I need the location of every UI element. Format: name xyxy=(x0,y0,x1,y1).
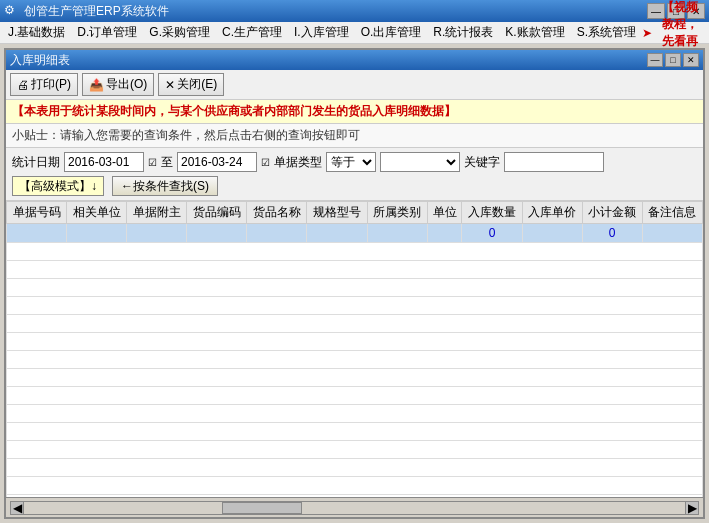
app-title: 创管生产管理ERP系统软件 xyxy=(24,3,647,20)
printer-icon: 🖨 xyxy=(17,78,29,92)
inner-maximize-button[interactable]: □ xyxy=(665,53,681,67)
cell-product-name xyxy=(247,224,307,243)
table-container[interactable]: 单据号码 相关单位 单据附主 货品编码 货品名称 规格型号 所属类别 单位 入库… xyxy=(6,201,703,497)
cell-remark xyxy=(642,224,702,243)
table-row xyxy=(7,459,703,477)
table-row xyxy=(7,477,703,495)
scroll-left-button[interactable]: ◀ xyxy=(10,501,24,515)
menu-outbound-mgmt[interactable]: O.出库管理 xyxy=(355,22,428,43)
cell-unit-price xyxy=(522,224,582,243)
app-title-bar: ⚙ 创管生产管理ERP系统软件 — □ ✕ xyxy=(0,0,709,22)
print-button[interactable]: 🖨 打印(P) xyxy=(10,73,78,96)
table-row xyxy=(7,351,703,369)
col-attach-master: 单据附主 xyxy=(127,202,187,224)
date-checkbox-to[interactable]: ☑ xyxy=(261,157,270,168)
hint-bar: 小贴士：请输入您需要的查询条件，然后点击右侧的查询按钮即可 xyxy=(6,124,703,148)
hint-text: 小贴士：请输入您需要的查询条件，然后点击右侧的查询按钮即可 xyxy=(12,128,360,142)
menu-payment-mgmt[interactable]: K.账款管理 xyxy=(499,22,570,43)
col-spec: 规格型号 xyxy=(307,202,367,224)
date-label: 统计日期 xyxy=(12,154,60,171)
filter-bar: 统计日期 ☑ 至 ☑ 单据类型 等于 关键字 【高级模式】↓ ←按条件查找(S) xyxy=(6,148,703,201)
cell-qty: 0 xyxy=(462,224,522,243)
close-button[interactable]: ✕ 关闭(E) xyxy=(158,73,224,96)
cell-spec xyxy=(307,224,367,243)
cell-product-code xyxy=(187,224,247,243)
table-row xyxy=(7,279,703,297)
advanced-mode-button[interactable]: 【高级模式】↓ xyxy=(12,176,104,196)
scroll-right-button[interactable]: ▶ xyxy=(685,501,699,515)
table-row xyxy=(7,297,703,315)
cell-order-num xyxy=(7,224,67,243)
menu-order-mgmt[interactable]: D.订单管理 xyxy=(71,22,143,43)
table-row[interactable]: 0 0 xyxy=(7,224,703,243)
col-remark: 备注信息 xyxy=(642,202,702,224)
inner-minimize-button[interactable]: — xyxy=(647,53,663,67)
main-area: 入库明细表 — □ ✕ 🖨 打印(P) 📤 导出(O) ✕ 关闭(E) xyxy=(0,44,709,523)
cell-category xyxy=(367,224,427,243)
menu-basic-data[interactable]: J.基础数据 xyxy=(2,22,71,43)
inner-window: 入库明细表 — □ ✕ 🖨 打印(P) 📤 导出(O) ✕ 关闭(E) xyxy=(4,48,705,519)
table-header-row: 单据号码 相关单位 单据附主 货品编码 货品名称 规格型号 所属类别 单位 入库… xyxy=(7,202,703,224)
status-bar: ◀ ▶ xyxy=(6,497,703,517)
search-button[interactable]: ←按条件查找(S) xyxy=(112,176,218,196)
keyword-label: 关键字 xyxy=(464,154,500,171)
inner-title-bar: 入库明细表 — □ ✕ xyxy=(6,50,703,70)
inner-title-buttons: — □ ✕ xyxy=(647,53,699,67)
inner-window-title: 入库明细表 xyxy=(10,52,647,69)
col-product-name: 货品名称 xyxy=(247,202,307,224)
table-row xyxy=(7,441,703,459)
export-icon: 📤 xyxy=(89,78,104,92)
menu-inbound-mgmt[interactable]: I.入库管理 xyxy=(288,22,355,43)
col-product-code: 货品编码 xyxy=(187,202,247,224)
menu-purchase-mgmt[interactable]: G.采购管理 xyxy=(143,22,216,43)
col-qty: 入库数量 xyxy=(462,202,522,224)
date-to-label: 至 xyxy=(161,154,173,171)
category-select[interactable] xyxy=(380,152,460,172)
cell-subtotal: 0 xyxy=(582,224,642,243)
date-from-input[interactable] xyxy=(64,152,144,172)
scrollbar-thumb[interactable] xyxy=(222,502,302,514)
info-text: 【本表用于统计某段时间内，与某个供应商或者内部部门发生的货品入库明细数据】 xyxy=(12,104,456,118)
table-row xyxy=(7,423,703,441)
date-to-input[interactable] xyxy=(177,152,257,172)
col-subtotal: 小计金额 xyxy=(582,202,642,224)
info-bar: 【本表用于统计某段时间内，与某个供应商或者内部部门发生的货品入库明细数据】 xyxy=(6,100,703,124)
close-icon: ✕ xyxy=(165,78,175,92)
horizontal-scrollbar[interactable] xyxy=(24,501,685,515)
col-category: 所属类别 xyxy=(367,202,427,224)
cell-related-unit xyxy=(67,224,127,243)
cell-attach-master xyxy=(127,224,187,243)
type-select[interactable]: 等于 xyxy=(326,152,376,172)
type-label: 单据类型 xyxy=(274,154,322,171)
table-row xyxy=(7,333,703,351)
table-row xyxy=(7,261,703,279)
menu-bar: J.基础数据 D.订单管理 G.采购管理 C.生产管理 I.入库管理 O.出库管… xyxy=(0,22,709,44)
table-row xyxy=(7,405,703,423)
table-row xyxy=(7,243,703,261)
export-button[interactable]: 📤 导出(O) xyxy=(82,73,154,96)
menu-arrow-icon: ➤ xyxy=(642,26,652,40)
col-unit-price: 入库单价 xyxy=(522,202,582,224)
col-unit: 单位 xyxy=(427,202,462,224)
data-table: 单据号码 相关单位 单据附主 货品编码 货品名称 规格型号 所属类别 单位 入库… xyxy=(6,201,703,497)
cell-unit xyxy=(427,224,462,243)
col-related-unit: 相关单位 xyxy=(67,202,127,224)
menu-system-mgmt[interactable]: S.系统管理 xyxy=(571,22,642,43)
table-row xyxy=(7,369,703,387)
col-order-num: 单据号码 xyxy=(7,202,67,224)
inner-close-button[interactable]: ✕ xyxy=(683,53,699,67)
toolbar: 🖨 打印(P) 📤 导出(O) ✕ 关闭(E) xyxy=(6,70,703,100)
menu-statistics[interactable]: R.统计报表 xyxy=(427,22,499,43)
keyword-input[interactable] xyxy=(504,152,604,172)
date-checkbox-from[interactable]: ☑ xyxy=(148,157,157,168)
table-row xyxy=(7,387,703,405)
app-icon: ⚙ xyxy=(4,3,20,19)
menu-production-mgmt[interactable]: C.生产管理 xyxy=(216,22,288,43)
table-row xyxy=(7,315,703,333)
